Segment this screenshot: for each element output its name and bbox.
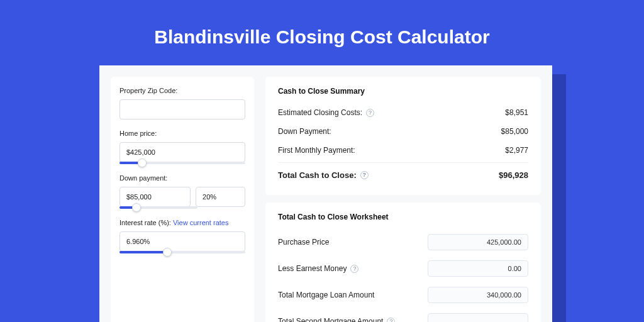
- summary-total-value: $96,928: [499, 170, 528, 180]
- worksheet-label: Total Mortgage Loan Amount: [278, 291, 374, 299]
- worksheet-row-earnest-money: Less Earnest Money ?: [278, 255, 528, 282]
- summary-value: $8,951: [505, 108, 528, 117]
- summary-label: First Monthly Payment:: [278, 146, 355, 155]
- worksheet-value-input[interactable]: [428, 234, 528, 250]
- slider-thumb[interactable]: [163, 248, 172, 257]
- worksheet-heading: Total Cash to Close Worksheet: [278, 213, 528, 221]
- interest-rate-text: Interest rate (%):: [119, 219, 171, 226]
- worksheet-value-input[interactable]: [428, 260, 528, 277]
- help-icon[interactable]: ?: [350, 265, 358, 273]
- summary-heading: Cash to Close Summary: [278, 87, 528, 96]
- view-current-rates-link[interactable]: View current rates: [173, 219, 228, 226]
- worksheet-value-input[interactable]: [428, 287, 528, 303]
- help-icon[interactable]: ?: [366, 109, 374, 117]
- home-price-slider[interactable]: [119, 162, 245, 164]
- worksheet-row-purchase-price: Purchase Price: [278, 229, 528, 255]
- inputs-panel: Property Zip Code: Home price: Down paym…: [111, 77, 254, 322]
- summary-label: Down Payment:: [278, 127, 331, 136]
- worksheet-panel: Total Cash to Close Worksheet Purchase P…: [265, 203, 541, 322]
- interest-rate-slider[interactable]: [119, 251, 245, 253]
- worksheet-label: Less Earnest Money: [278, 264, 347, 273]
- down-payment-input[interactable]: [119, 187, 191, 207]
- worksheet-row-second-mortgage: Total Second Mortgage Amount ?: [278, 308, 528, 322]
- interest-rate-label: Interest rate (%): View current rates: [119, 219, 245, 226]
- summary-row-closing-costs: Estimated Closing Costs: ? $8,951: [278, 103, 528, 122]
- worksheet-row-loan-amount: Total Mortgage Loan Amount: [278, 282, 528, 308]
- summary-value: $85,000: [501, 127, 528, 136]
- worksheet-label: Purchase Price: [278, 238, 329, 247]
- help-icon[interactable]: ?: [360, 171, 369, 179]
- home-price-label: Home price:: [119, 130, 245, 137]
- page-title: Blandinsville Closing Cost Calculator: [0, 0, 644, 48]
- slider-thumb[interactable]: [132, 203, 141, 212]
- worksheet-value-input[interactable]: [428, 313, 528, 322]
- down-payment-slider[interactable]: [119, 206, 197, 209]
- interest-rate-input[interactable]: [119, 231, 245, 252]
- worksheet-label: Total Second Mortgage Amount: [278, 317, 383, 322]
- summary-row-down-payment: Down Payment: $85,000: [278, 122, 528, 141]
- slider-thumb[interactable]: [138, 158, 147, 167]
- summary-row-first-payment: First Monthly Payment: $2,977: [278, 141, 528, 160]
- cash-to-close-summary-panel: Cash to Close Summary Estimated Closing …: [265, 77, 541, 195]
- summary-label: Estimated Closing Costs:: [278, 108, 362, 117]
- summary-total-label: Total Cash to Close:: [278, 170, 357, 180]
- zip-label: Property Zip Code:: [119, 87, 245, 94]
- summary-value: $2,977: [505, 146, 528, 155]
- help-icon[interactable]: ?: [387, 318, 395, 323]
- zip-input[interactable]: [119, 99, 245, 119]
- summary-row-total: Total Cash to Close: ? $96,928: [278, 162, 528, 185]
- down-payment-pct-input[interactable]: [196, 187, 245, 207]
- calculator-card: Property Zip Code: Home price: Down paym…: [99, 65, 552, 322]
- down-payment-label: Down payment:: [119, 174, 245, 182]
